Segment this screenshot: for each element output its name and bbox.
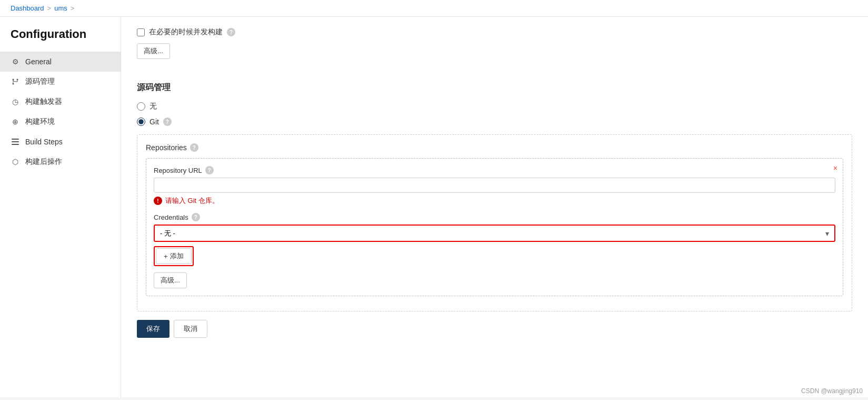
radio-none-row: 无 [137, 102, 852, 111]
sidebar-item-build-steps[interactable]: Build Steps [0, 132, 121, 152]
globe-icon: ⊕ [11, 117, 20, 126]
svg-rect-4 [12, 141, 19, 142]
repo-block-close-button[interactable]: × [833, 164, 837, 172]
sidebar-title: Configuration [0, 27, 121, 52]
sidebar-item-build-env[interactable]: ⊕ 构建环境 [0, 112, 121, 132]
repo-url-field-label: Repository URL ? [154, 166, 835, 174]
save-button[interactable]: 保存 [137, 320, 169, 338]
breadcrumb-ums[interactable]: ums [54, 4, 67, 12]
repo-block: × Repository URL ? ! 请输入 Git 仓库。 Cr [146, 158, 843, 296]
sidebar-item-build-trigger[interactable]: ◷ 构建触发器 [0, 92, 121, 112]
breadcrumb-dashboard[interactable]: Dashboard [11, 4, 44, 12]
sidebar-item-label-general: General [25, 57, 52, 66]
plus-icon: + [164, 252, 168, 260]
breadcrumb-sep1: > [47, 4, 52, 12]
repo-url-input[interactable] [154, 178, 835, 193]
content-area: 在必要的时候并发构建 ? 高级... 源码管理 无 Git ? [121, 17, 868, 397]
git-help-icon[interactable]: ? [163, 118, 172, 126]
cancel-button[interactable]: 取消 [174, 320, 207, 338]
svg-point-1 [13, 83, 14, 85]
scm-section-title: 源码管理 [137, 82, 852, 93]
concurrent-build-row: 在必要的时候并发构建 ? [137, 27, 852, 37]
radio-none-label: 无 [149, 102, 157, 111]
radio-git[interactable] [137, 118, 145, 126]
credentials-select[interactable]: - 无 - [155, 226, 834, 241]
cube-icon: ⬡ [11, 157, 20, 167]
svg-rect-3 [12, 139, 19, 140]
repositories-container: Repositories ? × Repository URL ? ! 请输入 … [137, 134, 852, 311]
sidebar-item-post-build[interactable]: ⬡ 构建后操作 [0, 152, 121, 172]
breadcrumb-sep2: > [71, 4, 75, 12]
repo-url-error-text: 请输入 Git 仓库。 [165, 196, 219, 206]
branch-icon [11, 77, 20, 86]
add-button-wrapper: + 添加 [154, 246, 194, 266]
advanced-button-top[interactable]: 高级... [137, 43, 170, 59]
credentials-help-icon[interactable]: ? [192, 213, 200, 221]
sidebar: Configuration ⚙ General 源码管理 ◷ 构建触发器 ⊕ 构… [0, 17, 121, 397]
sidebar-item-general[interactable]: ⚙ General [0, 52, 121, 72]
sidebar-item-label-steps: Build Steps [25, 138, 63, 146]
concurrent-build-help-icon[interactable]: ? [227, 28, 235, 36]
watermark: CSDN @wangjing910 [801, 387, 863, 395]
svg-point-0 [13, 79, 14, 81]
radio-none[interactable] [137, 102, 145, 111]
sidebar-item-label-trigger: 构建触发器 [25, 97, 62, 106]
credentials-section: Credentials ? - 无 - ▾ + 添加 [154, 213, 835, 266]
credentials-label: Credentials [154, 213, 188, 221]
credentials-field-label: Credentials ? [154, 213, 835, 221]
sidebar-item-label-source: 源码管理 [25, 77, 55, 86]
gear-icon: ⚙ [11, 57, 20, 66]
add-label: 添加 [170, 251, 184, 261]
repositories-help-icon[interactable]: ? [190, 143, 198, 152]
svg-point-2 [17, 79, 18, 81]
sidebar-item-label-env: 构建环境 [25, 117, 55, 126]
bottom-buttons: 保存 取消 [137, 320, 852, 338]
sidebar-item-label-post: 构建后操作 [25, 157, 62, 167]
credentials-select-wrapper: - 无 - ▾ [154, 225, 835, 242]
repositories-header: Repositories ? [146, 143, 843, 152]
repo-url-label: Repository URL [154, 167, 202, 174]
scm-section: 源码管理 无 Git ? Repositories ? [137, 82, 852, 311]
breadcrumb: Dashboard > ums > [0, 0, 868, 17]
scm-radio-group: 无 Git ? [137, 102, 852, 126]
radio-git-row: Git ? [137, 118, 852, 126]
sidebar-item-source-management[interactable]: 源码管理 [0, 72, 121, 92]
add-credentials-button[interactable]: + 添加 [156, 248, 192, 264]
radio-git-label: Git [149, 118, 159, 126]
clock-icon: ◷ [11, 97, 20, 106]
error-icon: ! [154, 197, 162, 205]
repo-url-error-row: ! 请输入 Git 仓库。 [154, 196, 835, 206]
concurrent-build-label: 在必要的时候并发构建 [149, 27, 223, 37]
list-icon [11, 137, 20, 147]
repo-url-help-icon[interactable]: ? [205, 166, 214, 174]
concurrent-build-checkbox[interactable] [137, 28, 145, 36]
svg-rect-5 [12, 144, 19, 145]
repositories-label: Repositories [146, 143, 187, 152]
advanced-button-repo[interactable]: 高级... [154, 272, 187, 288]
